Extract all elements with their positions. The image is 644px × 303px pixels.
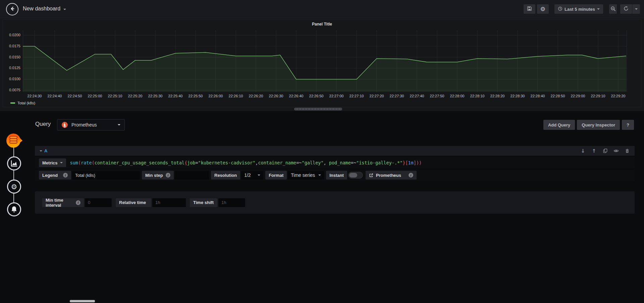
info-icon[interactable]: i (166, 173, 170, 178)
promql-token: ( (78, 160, 81, 165)
min-time-interval-input[interactable] (85, 198, 112, 207)
dashboard-title-menu[interactable]: New dashboard (23, 6, 66, 12)
time-shift-input[interactable] (218, 198, 245, 207)
promql-expression-input[interactable]: sum(rate(container_cpu_usage_seconds_tot… (70, 160, 422, 165)
query-collapse-toggle[interactable]: A (40, 148, 47, 153)
x-tick-label: 22:26:50 (306, 94, 326, 98)
refresh-button[interactable] (620, 4, 632, 14)
x-tick-label: 22:25:10 (105, 94, 125, 98)
query-section-title: Query (35, 121, 51, 128)
relative-time-text: Relative time (119, 200, 146, 205)
promql-token: sum (70, 160, 78, 165)
promql-token: ( (92, 160, 95, 165)
tab-general[interactable]: ⚙ (7, 180, 21, 194)
time-series-chart (23, 30, 627, 92)
duplicate-query-button[interactable] (602, 148, 608, 154)
graph-panel: Panel Title 0.02000.01750.01500.01250.01… (3, 19, 641, 107)
min-step-input[interactable] (175, 171, 209, 180)
time-shift-text: Time shift (193, 200, 214, 205)
add-query-button[interactable]: Add Query (543, 120, 575, 130)
time-range-label: Last 5 minutes (565, 7, 595, 12)
query-options-row: Legend i Min step i Resolution 1/2 Forma… (35, 169, 635, 181)
dashboard-settings-button[interactable]: ⚙ (537, 4, 549, 14)
x-tick-label: 22:27:00 (326, 94, 346, 98)
promql-token: ] (414, 160, 416, 165)
x-tick-label: 22:29:00 (568, 94, 588, 98)
info-icon[interactable]: i (63, 173, 68, 178)
tab-alert[interactable] (7, 202, 21, 216)
promql-token: "istio-galley-.*" (356, 160, 402, 165)
info-icon[interactable]: i (76, 200, 80, 205)
panel-edit-section: ⚙ Query Prometheus Add Query Query Inspe… (0, 111, 644, 303)
refresh-interval-caret-button[interactable] (632, 4, 640, 14)
prometheus-logo-icon (61, 121, 68, 128)
help-button[interactable]: ? (622, 120, 634, 130)
format-select[interactable]: Time series (288, 171, 324, 180)
relative-time-input[interactable] (152, 198, 186, 207)
x-tick-label: 22:25:50 (185, 94, 206, 98)
toggle-knob (349, 173, 357, 178)
format-value: Time series (291, 172, 315, 178)
tab-queries[interactable] (5, 131, 23, 150)
relative-time-label: Relative time (116, 198, 151, 207)
x-tick-label: 22:29:10 (588, 94, 608, 98)
x-tick-label: 22:25:00 (85, 94, 105, 98)
resolution-select[interactable]: 1/2 (241, 171, 263, 180)
refresh-group (620, 4, 640, 14)
promql-token: =~ (296, 160, 302, 165)
move-query-down-button[interactable]: ↓ (580, 148, 586, 154)
refresh-icon (624, 6, 629, 12)
query-inspector-button[interactable]: Query Inspector (577, 120, 620, 130)
x-tick-label: 22:26:20 (246, 94, 266, 98)
x-tick-label: 22:25:40 (165, 94, 185, 98)
instant-toggle[interactable] (348, 172, 363, 179)
bar-chart-icon (10, 159, 18, 167)
series-area (23, 46, 626, 92)
x-tick-label: 22:28:50 (548, 94, 568, 98)
resolution-label-text: Resolution (214, 173, 237, 178)
metrics-dropdown[interactable]: Metrics (39, 158, 66, 167)
promql-token: = (195, 160, 198, 165)
magnifier-minus-icon (610, 6, 616, 12)
zoom-out-button[interactable] (609, 4, 617, 14)
horizontal-scrollbar-thumb[interactable] (70, 300, 95, 302)
time-picker-button[interactable]: Last 5 minutes (554, 4, 603, 14)
info-icon[interactable]: i (409, 173, 413, 178)
promql-token: , (324, 160, 329, 165)
legend-item[interactable]: Total (k8s) (10, 101, 35, 105)
y-tick-label: 0.0175 (3, 44, 20, 48)
datasource-picker[interactable]: Prometheus (57, 119, 125, 131)
instant-label: Instant (326, 171, 347, 180)
gear-icon: ⚙ (540, 6, 545, 12)
query-row-actions: ↓ ↑ (580, 148, 630, 154)
save-dashboard-button[interactable] (524, 4, 535, 14)
legend-label-text: Legend (42, 173, 58, 178)
query-header-buttons: Add Query Query Inspector ? (543, 120, 634, 130)
metrics-label: Metrics (42, 160, 58, 165)
delete-query-button[interactable] (625, 148, 630, 154)
gear-wrench-icon: ⚙ (11, 183, 17, 190)
x-tick-label: 22:26:30 (266, 94, 286, 98)
legend-format-input[interactable] (72, 171, 140, 180)
toggle-query-visibility-button[interactable] (613, 148, 619, 154)
datasource-queries-icon (5, 131, 23, 150)
plot-area[interactable]: 22:24:3022:24:4022:24:5022:25:0022:25:10… (23, 30, 627, 92)
promql-token: job (187, 160, 195, 165)
format-label-text: Format (269, 173, 283, 178)
back-button[interactable] (6, 3, 18, 15)
panel-title[interactable]: Panel Title (3, 22, 641, 27)
move-query-up-button[interactable]: ↑ (591, 148, 597, 154)
query-row-header: A ↓ ↑ (35, 146, 635, 156)
refresh-zoom-group (609, 4, 617, 14)
prometheus-link-label: Prometheus (376, 173, 401, 178)
tab-visualization[interactable] (7, 156, 21, 170)
prometheus-link[interactable]: Prometheus i (366, 171, 417, 180)
promql-token: { (184, 160, 187, 165)
copy-icon (603, 148, 608, 153)
x-tick-label: 22:27:30 (387, 94, 407, 98)
panel-resize-handle[interactable] (294, 108, 342, 110)
y-tick-label: 0.0125 (3, 66, 20, 70)
promql-token: container_name (258, 160, 296, 165)
eye-icon (613, 148, 619, 154)
x-tick-label: 22:28:00 (447, 94, 467, 98)
